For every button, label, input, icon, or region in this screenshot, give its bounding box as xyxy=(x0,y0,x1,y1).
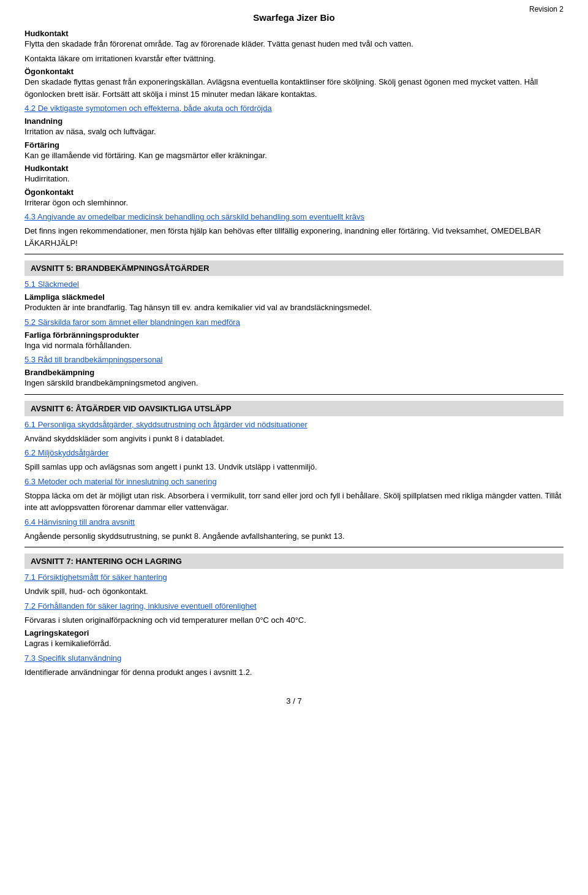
bold-heading: Hudkontakt xyxy=(24,164,564,173)
text-block: Identifierade användningar för denna pro… xyxy=(24,666,564,679)
section-divider xyxy=(24,547,564,547)
subsection-link-text: 6.2 Miljöskyddsåtgärder xyxy=(24,448,108,457)
subsection-link-text: 5.2 Särskilda faror som ämnet eller blan… xyxy=(24,318,240,327)
subsection-link-text: 4.3 Angivande av omedelbar medicinsk beh… xyxy=(24,212,364,221)
subsection-link-text: 5.3 Råd till brandbekämpningspersonal xyxy=(24,355,162,364)
revision-label: Revision 2 xyxy=(529,5,564,13)
bold-heading: Inandning xyxy=(24,116,564,126)
text-block: Stoppa läcka om det är möjligt utan risk… xyxy=(24,490,564,514)
subsection-link-heading: 4.3 Angivande av omedelbar medicinsk beh… xyxy=(24,212,564,221)
subsection-link-text: 4.2 De viktigaste symptomen och effekter… xyxy=(24,104,272,113)
subsection-link-text: 7.1 Försiktighetsmått för säker hanterin… xyxy=(24,573,167,582)
section-header: AVSNITT 7: HANTERING OCH LAGRING xyxy=(24,554,564,569)
subsection-link-heading: 6.1 Personliga skyddsåtgärder, skyddsutr… xyxy=(24,420,564,429)
subsection-link-heading: 5.3 Råd till brandbekämpningspersonal xyxy=(24,355,564,364)
subsection-link-heading: 7.2 Förhållanden för säker lagring, inkl… xyxy=(24,601,564,611)
paragraph: Den skadade flyttas genast från exponeri… xyxy=(24,76,564,100)
text-block: Farliga förbränningsprodukterInga vid no… xyxy=(24,330,564,352)
paragraph: Irritation av näsa, svalg och luftvägar. xyxy=(24,126,564,138)
main-content: HudkontaktFlytta den skadade från förore… xyxy=(24,29,564,678)
paragraph: Inga vid normala förhållanden. xyxy=(24,340,564,352)
subsection-link-heading: 6.4 Hänvisning till andra avsnitt xyxy=(24,517,564,527)
subsection-link-heading: 6.2 Miljöskyddsåtgärder xyxy=(24,448,564,457)
text-block: Angående personlig skyddsutrustning, se … xyxy=(24,530,564,543)
paragraph: Lagras i kemikalieförråd. xyxy=(24,638,564,650)
subsection-link-heading: 4.2 De viktigaste symptomen och effekter… xyxy=(24,104,564,113)
bold-heading: Farliga förbränningsprodukter xyxy=(24,330,564,340)
text-block: Använd skyddskläder som angivits i punkt… xyxy=(24,433,564,445)
page-footer: 3 / 7 xyxy=(24,696,564,706)
subsection-link-text: 7.2 Förhållanden för säker lagring, inkl… xyxy=(24,601,257,611)
subsection-link-heading: 7.1 Försiktighetsmått för säker hanterin… xyxy=(24,573,564,582)
bold-heading: Brandbekämpning xyxy=(24,368,564,377)
text-block: Undvik spill, hud- och ögonkontakt. xyxy=(24,585,564,598)
paragraph: Förvaras i sluten originalförpackning oc… xyxy=(24,614,564,626)
paragraph: Spill samlas upp och avlägsnas som anget… xyxy=(24,461,564,473)
paragraph: Det finns ingen rekommendationer, men fö… xyxy=(24,225,564,249)
paragraph: Irriterar ögon och slemhinnor. xyxy=(24,197,564,209)
text-block: InandningIrritation av näsa, svalg och l… xyxy=(24,116,564,208)
bold-heading: Ögonkontakt xyxy=(24,188,564,197)
text-block: Lämpliga släckmedelProdukten är inte bra… xyxy=(24,292,564,314)
paragraph: Använd skyddskläder som angivits i punkt… xyxy=(24,433,564,445)
paragraph: Hudirritation. xyxy=(24,173,564,185)
subsection-link-heading: 7.3 Specifik slutanvändning xyxy=(24,653,564,663)
bold-heading: Hudkontakt xyxy=(24,29,564,38)
section-divider xyxy=(24,394,564,395)
subsection-link-text: 6.4 Hänvisning till andra avsnitt xyxy=(24,517,135,527)
paragraph: Stoppa läcka om det är möjligt utan risk… xyxy=(24,490,564,514)
subsection-link-text: 6.3 Metoder och material för inneslutnin… xyxy=(24,477,217,486)
subsection-link-heading: 5.1 Släckmedel xyxy=(24,280,564,289)
paragraph: Ingen särskild brandbekämpningsmetod ang… xyxy=(24,377,564,389)
text-block: Spill samlas upp och avlägsnas som anget… xyxy=(24,461,564,473)
paragraph: Kontakta läkare om irritationen kvarstår… xyxy=(24,53,564,65)
subsection-link-text: 6.1 Personliga skyddsåtgärder, skyddsutr… xyxy=(24,420,307,429)
document-title: Swarfega Jizer Bio xyxy=(24,12,564,23)
subsection-link-heading: 6.3 Metoder och material för inneslutnin… xyxy=(24,477,564,486)
subsection-link-heading: 5.2 Särskilda faror som ämnet eller blan… xyxy=(24,318,564,327)
paragraph: Kan ge illamående vid förtäring. Kan ge … xyxy=(24,150,564,162)
paragraph: Produkten är inte brandfarlig. Tag hänsy… xyxy=(24,302,564,314)
text-block: BrandbekämpningIngen särskild brandbekäm… xyxy=(24,368,564,389)
section-divider xyxy=(24,254,564,254)
subsection-link-text: 7.3 Specifik slutanvändning xyxy=(24,653,121,663)
paragraph: Undvik spill, hud- och ögonkontakt. xyxy=(24,585,564,598)
bold-heading: Ögonkontakt xyxy=(24,67,564,76)
section-header: AVSNITT 6: ÅTGÄRDER VID OAVSIKTLIGA UTSL… xyxy=(24,401,564,416)
paragraph: Identifierade användningar för denna pro… xyxy=(24,666,564,679)
paragraph: Angående personlig skyddsutrustning, se … xyxy=(24,530,564,543)
bold-heading: Lämpliga släckmedel xyxy=(24,292,564,302)
bold-heading: Lagringskategori xyxy=(24,628,564,638)
paragraph: Flytta den skadade från förorenat område… xyxy=(24,38,564,50)
text-block: Förvaras i sluten originalförpackning oc… xyxy=(24,614,564,650)
text-block: HudkontaktFlytta den skadade från förore… xyxy=(24,29,564,100)
text-block: Det finns ingen rekommendationer, men fö… xyxy=(24,225,564,249)
bold-heading: Förtäring xyxy=(24,140,564,150)
subsection-link-text: 5.1 Släckmedel xyxy=(24,280,79,289)
section-header: AVSNITT 5: BRANDBEKÄMPNINGSÅTGÄRDER xyxy=(24,261,564,276)
